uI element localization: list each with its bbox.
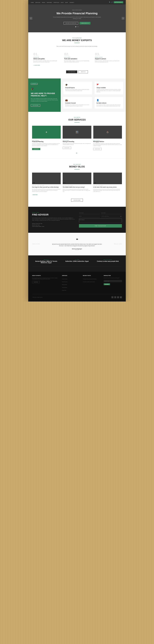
service-card-3: 🏠 Great Experts Mortgage Advisor Our mor… bbox=[93, 126, 122, 150]
nav-blog[interactable]: BLOG bbox=[61, 2, 64, 3]
service-img-3: 🏠 bbox=[93, 126, 122, 138]
message-textarea[interactable] bbox=[79, 218, 122, 222]
nav-shop[interactable]: SHOP bbox=[65, 2, 68, 3]
blog-img-1: 📸 bbox=[32, 172, 61, 184]
footer-link-4[interactable]: Financial Experts bbox=[62, 287, 67, 288]
services-grid: + Great Experts Financial Planning Disco… bbox=[32, 126, 122, 150]
service-btn-2[interactable]: LEARN MORE bbox=[63, 147, 71, 149]
blog-card-1: 📸 FEB 05, 2018 — MONEY · TIPS · MONEY Fo… bbox=[32, 172, 61, 196]
service-title-3: Mortgage Advisor bbox=[93, 141, 122, 142]
blog-post-title-2: The hidden habits that cost you money? bbox=[63, 186, 91, 188]
phone-input[interactable] bbox=[79, 215, 100, 218]
service-btn-1[interactable]: LEARN MORE bbox=[32, 148, 40, 150]
find-advisor-button[interactable]: FIND YOUR ADVISOR bbox=[79, 224, 122, 228]
nav-portfolio[interactable]: PORTFOLIO bbox=[54, 2, 59, 3]
nav-features[interactable]: FEATURES bbox=[47, 2, 52, 3]
expert-subtitle-3: Friendly support bbox=[95, 57, 121, 58]
our-services-button[interactable]: OUR SERVICES bbox=[66, 70, 77, 73]
blog-meta-1: FEB 05, 2018 — MONEY · TIPS · MONEY bbox=[32, 185, 61, 186]
footer-posts-col: RECENT POSTS Four ways to cheer yourself… bbox=[83, 275, 101, 292]
footer-about-col: ABOUT EXPERTS Free and impartial money a… bbox=[32, 275, 59, 292]
experts-title: WE ARE MONEY EXPERTS bbox=[32, 39, 122, 42]
footer-top-grid: Come Find Us Avenue Building 1 Miller St… bbox=[32, 259, 122, 266]
service-label-2: Great Experts bbox=[63, 140, 91, 141]
blog-meta-2: FEB 05, 2018 — BUDGET GUIDES bbox=[63, 185, 91, 186]
expert-heading-3: Support in person bbox=[95, 58, 121, 60]
no-sales-icon: 👤 bbox=[96, 99, 121, 101]
footer-link-1[interactable]: Financial Planning bbox=[62, 278, 67, 279]
hero-title: We Provide Financial Planning bbox=[57, 12, 97, 15]
footer-top-col-2: Call & Email Authorities: 12546 | Author… bbox=[63, 259, 91, 264]
cap-icon: 🎓 bbox=[31, 87, 58, 90]
footer-services-links: Financial Planning Saving & Investing Mo… bbox=[62, 278, 80, 291]
testimonials-section: Untitled on the left text ❝ My work has … bbox=[28, 233, 126, 256]
facebook-icon[interactable]: f bbox=[111, 296, 113, 298]
explore-more-button[interactable]: EXPLORE MORE bbox=[71, 199, 83, 202]
about-us-button-2[interactable]: ABOUT US bbox=[78, 70, 88, 73]
service-btn-3[interactable]: LEARN MORE bbox=[93, 148, 102, 150]
linkedin-icon[interactable]: in bbox=[117, 296, 119, 298]
service-dot-1[interactable] bbox=[76, 153, 77, 154]
footer-newsletter-col: NEWSLETTER Don't want to miss out on the… bbox=[104, 275, 122, 292]
learn-more-1[interactable]: + LEARN MORE bbox=[33, 65, 40, 66]
search-icon[interactable]: 🔍 bbox=[109, 2, 110, 3]
features-grid: 🎓 Financial Experts We know the most thr… bbox=[63, 82, 123, 108]
experts-buttons: OUR SERVICES ABOUT US bbox=[32, 70, 122, 73]
financial-experts-icon: 🎓 bbox=[65, 84, 90, 86]
testimonial-center: ❝ My work has been greatly helped by the… bbox=[52, 238, 102, 250]
expert-item-1: 01. Know better Advice and guides If you… bbox=[32, 51, 60, 67]
blog-grid: 📸 FEB 05, 2018 — MONEY · TIPS · MONEY Fo… bbox=[32, 172, 122, 196]
hero-dot-1[interactable] bbox=[75, 26, 76, 27]
footer-post-link-1[interactable]: Four ways to cheer yourself up on Blue M… bbox=[83, 278, 97, 279]
footer-learn-more[interactable]: LEARN MORE bbox=[32, 281, 40, 283]
experts-underline bbox=[75, 43, 79, 43]
expert-number-1: 01. bbox=[33, 52, 59, 56]
state-select[interactable]: STATE & PROVINCE bbox=[101, 215, 122, 218]
feature-title-3: Customer Focused bbox=[65, 102, 90, 104]
newsletter-subscribe-button[interactable]: SUBSCRIBE bbox=[104, 283, 110, 285]
blog-post-title-3: In the news: this week's top money stori… bbox=[93, 186, 122, 188]
nav-services[interactable]: SERVICES bbox=[35, 2, 40, 3]
footer-post-link-2[interactable]: Is the news: this week's top money stori… bbox=[83, 282, 95, 282]
footer-top-title-3: Contrary to what many people think bbox=[94, 260, 122, 262]
cart-icon[interactable]: 🛒 bbox=[111, 2, 113, 3]
nav-contact[interactable]: CONTACT bbox=[70, 2, 74, 3]
service-dot-2[interactable] bbox=[77, 153, 78, 154]
footer-link-2[interactable]: Saving & Investing bbox=[62, 282, 67, 282]
nav-pages[interactable]: PAGES bbox=[42, 2, 45, 3]
blog-img-tag-3: 📸 bbox=[94, 182, 96, 184]
explore-services-button[interactable]: EXPLORE OUR SERVICES bbox=[64, 22, 78, 24]
service-title-2: Saving & Investing bbox=[63, 141, 91, 142]
form-row-2: STATE & PROVINCE bbox=[79, 215, 122, 218]
features-green-text: With so many Mortgage and Insurance Brok… bbox=[31, 98, 58, 102]
nav-home[interactable]: HOME bbox=[31, 2, 34, 3]
hero-arrow-right[interactable]: › bbox=[122, 17, 125, 20]
our-features-button[interactable]: OUR FEATURES bbox=[31, 104, 40, 106]
footer-link-5[interactable]: Budget Guides bbox=[62, 290, 66, 291]
expert-text-2: We provide available calculators to help… bbox=[64, 60, 90, 62]
about-us-button[interactable]: MORE ABOUT US bbox=[79, 22, 90, 24]
blog-post-text-3: Each week we search the news world and s… bbox=[93, 189, 122, 192]
hero-arrow-left[interactable]: ‹ bbox=[29, 17, 32, 20]
name-input[interactable] bbox=[79, 212, 100, 214]
experts-desc: Want a fresh start? See how easy it is t… bbox=[51, 46, 103, 47]
hero-description: Free and impartial money advice set up b… bbox=[53, 16, 101, 19]
explore-more-container: EXPLORE MORE bbox=[32, 199, 122, 202]
footer-bottom: © 2018 Experts. All Rights Reserved f t … bbox=[32, 294, 122, 298]
service-img-2: 📊 bbox=[63, 126, 91, 138]
email-input[interactable] bbox=[101, 212, 122, 214]
read-more-1[interactable]: + READ MORE bbox=[32, 194, 37, 195]
hero-dot-2[interactable] bbox=[77, 26, 77, 27]
service-img-1: + bbox=[32, 126, 61, 138]
appointment-button[interactable]: Appointment bbox=[114, 1, 123, 3]
hero-dots bbox=[75, 26, 79, 27]
newsletter-input[interactable] bbox=[104, 280, 122, 282]
googleplus-icon[interactable]: g+ bbox=[120, 296, 122, 298]
footer-top-label-1: Come Find Us bbox=[32, 259, 60, 260]
twitter-icon[interactable]: t bbox=[114, 296, 116, 298]
blog-section: News, tips & more! MONEY BLOG 📸 FEB 05, … bbox=[28, 158, 126, 207]
footer-link-3[interactable]: Mortgage Advisor bbox=[62, 284, 67, 285]
hero-section: ‹ Quick & Smart Solutions We Provide Fin… bbox=[28, 4, 126, 32]
blog-meta-3: FEB 05, 2018 — NEWS STORIES bbox=[93, 185, 122, 186]
hero-dot-3[interactable] bbox=[78, 26, 79, 27]
